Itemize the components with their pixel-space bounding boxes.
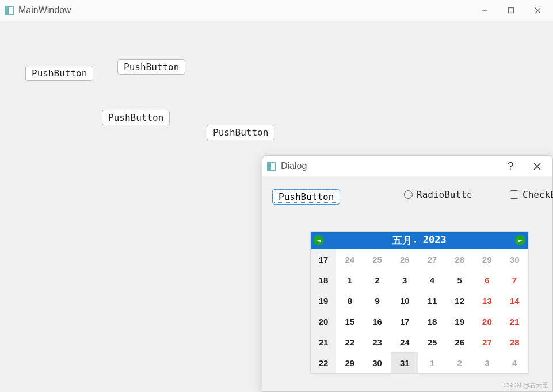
calendar-day[interactable]: 3 — [474, 352, 501, 373]
calendar-month[interactable]: 五月 — [392, 234, 417, 247]
maximize-button[interactable] — [498, 0, 524, 21]
main-titlebar: MainWindow — [0, 0, 553, 21]
arrow-right-icon: ► — [515, 235, 525, 245]
calendar-day[interactable]: 19 — [446, 311, 474, 332]
calendar-day[interactable]: 30 — [364, 352, 391, 373]
checkbox[interactable]: CheckB — [510, 189, 553, 200]
calendar-day[interactable]: 12 — [446, 290, 474, 311]
calendar-day[interactable]: 25 — [364, 249, 391, 270]
minimize-button[interactable] — [471, 0, 498, 21]
calendar-day[interactable]: 31 — [391, 352, 418, 373]
calendar-day[interactable]: 2 — [364, 270, 391, 290]
app-icon — [5, 6, 14, 15]
calendar-day[interactable]: 18 — [418, 311, 446, 332]
calendar-day[interactable]: 14 — [501, 290, 528, 311]
calendar-day[interactable]: 9 — [364, 290, 391, 311]
calendar-day[interactable]: 27 — [418, 249, 446, 270]
calendar-day[interactable]: 21 — [501, 311, 528, 332]
main-title: MainWindow — [18, 5, 71, 16]
pushbutton-1[interactable]: PushButton — [25, 66, 93, 81]
calendar-day[interactable]: 4 — [501, 352, 528, 373]
calendar-day[interactable]: 25 — [418, 332, 446, 352]
calendar-day[interactable]: 29 — [474, 249, 501, 270]
prev-month-button[interactable]: ◄ — [311, 232, 327, 248]
calendar-day[interactable]: 29 — [336, 352, 364, 373]
pushbutton-4[interactable]: PushButton — [207, 125, 274, 140]
dialog-icon — [267, 162, 276, 171]
calendar-widget[interactable]: ◄ 五月 2023 ► 1724252627282930181234567198… — [310, 231, 529, 374]
calendar-day[interactable]: 13 — [474, 290, 501, 311]
calendar-day[interactable]: 4 — [418, 270, 446, 290]
calendar-day[interactable]: 3 — [391, 270, 418, 290]
calendar-day[interactable]: 15 — [336, 311, 364, 332]
week-number: 19 — [311, 290, 336, 311]
calendar-day[interactable]: 1 — [336, 270, 364, 290]
week-number: 17 — [311, 249, 336, 270]
calendar-day[interactable]: 7 — [501, 270, 528, 290]
dialog-close-button[interactable] — [524, 156, 550, 176]
calendar-day[interactable]: 28 — [446, 249, 474, 270]
next-month-button[interactable]: ► — [512, 232, 528, 248]
dialog-title: Dialog — [281, 161, 307, 171]
week-number: 22 — [311, 352, 336, 373]
dialog-window: Dialog ? PushButton RadioButtc CheckB ◄ … — [262, 155, 553, 392]
calendar-day[interactable]: 6 — [474, 270, 501, 290]
arrow-left-icon: ◄ — [314, 235, 324, 245]
calendar-day[interactable]: 1 — [418, 352, 446, 373]
calendar-year[interactable]: 2023 — [423, 234, 447, 247]
watermark: CSDN @右大臣 — [504, 381, 548, 390]
dialog-pushbutton[interactable]: PushButton — [272, 189, 340, 205]
calendar-day[interactable]: 17 — [391, 311, 418, 332]
checkbox-icon — [510, 190, 518, 199]
svg-rect-1 — [509, 8, 514, 13]
calendar-day[interactable]: 24 — [336, 249, 364, 270]
radio-label: RadioButtc — [417, 189, 472, 200]
calendar-grid: 1724252627282930181234567198910111213142… — [311, 249, 528, 373]
calendar-day[interactable]: 26 — [446, 332, 474, 352]
pushbutton-3[interactable]: PushButton — [102, 110, 170, 125]
close-button[interactable] — [524, 0, 551, 21]
calendar-day[interactable]: 8 — [336, 290, 364, 311]
calendar-day[interactable]: 24 — [391, 332, 418, 352]
checkbox-label: CheckB — [523, 189, 553, 200]
calendar-day[interactable]: 5 — [446, 270, 474, 290]
calendar-day[interactable]: 16 — [364, 311, 391, 332]
dialog-titlebar: Dialog ? — [262, 156, 552, 176]
calendar-day[interactable]: 11 — [418, 290, 446, 311]
calendar-day[interactable]: 30 — [501, 249, 528, 270]
week-number: 18 — [311, 270, 336, 290]
calendar-day[interactable]: 2 — [446, 352, 474, 373]
help-button[interactable]: ? — [497, 156, 524, 176]
calendar-day[interactable]: 26 — [391, 249, 418, 270]
calendar-day[interactable]: 28 — [501, 332, 528, 352]
calendar-day[interactable]: 23 — [364, 332, 391, 352]
calendar-day[interactable]: 20 — [474, 311, 501, 332]
radio-button[interactable]: RadioButtc — [404, 189, 472, 200]
calendar-day[interactable]: 27 — [474, 332, 501, 352]
radio-icon — [404, 190, 413, 199]
calendar-day[interactable]: 10 — [391, 290, 418, 311]
pushbutton-2[interactable]: PushButton — [117, 59, 185, 75]
week-number: 21 — [311, 332, 336, 352]
calendar-header: ◄ 五月 2023 ► — [311, 232, 528, 249]
calendar-day[interactable]: 22 — [336, 332, 364, 352]
week-number: 20 — [311, 311, 336, 332]
